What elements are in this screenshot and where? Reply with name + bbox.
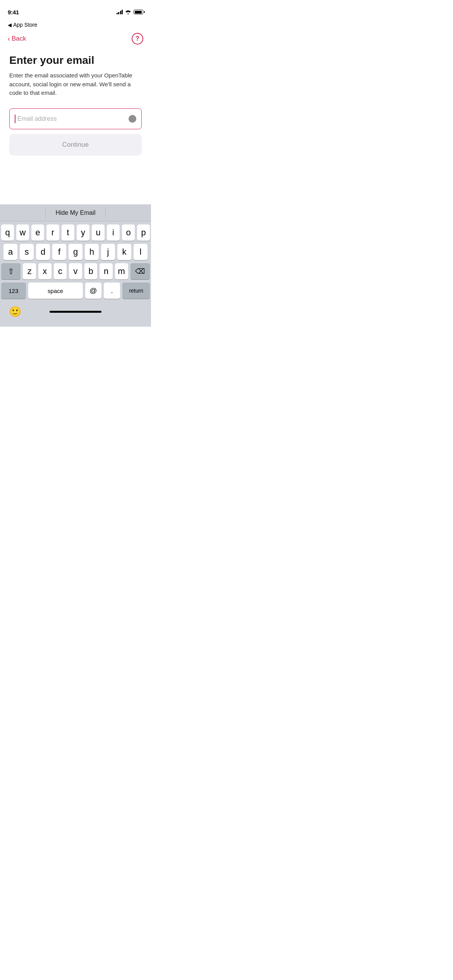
key-m[interactable]: m <box>115 263 128 279</box>
key-s[interactable]: s <box>20 244 34 260</box>
key-d[interactable]: d <box>36 244 50 260</box>
keyboard-bottom-bar: 🙂 <box>0 300 151 327</box>
key-o[interactable]: o <box>122 224 135 241</box>
key-p[interactable]: p <box>137 224 150 241</box>
status-time: 9:41 <box>8 9 19 15</box>
page-title: Enter your email <box>9 54 142 67</box>
keyboard-row-4: 123 space @ . return <box>1 283 150 299</box>
page-description: Enter the email associated with your Ope… <box>9 71 142 98</box>
key-q[interactable]: q <box>1 224 14 241</box>
email-input[interactable] <box>9 108 142 129</box>
key-z[interactable]: z <box>23 263 36 279</box>
wifi-icon <box>125 10 131 14</box>
key-f[interactable]: f <box>52 244 66 260</box>
nav-bar: ‹ Back ? <box>0 31 151 48</box>
suggestion-label: Hide My Email <box>55 209 95 216</box>
keyboard-row-3: ⇧ z x c v b n m ⌫ <box>1 263 150 279</box>
key-w[interactable]: w <box>16 224 29 241</box>
battery-icon <box>134 10 143 14</box>
email-input-container <box>9 108 142 129</box>
key-i[interactable]: i <box>107 224 120 241</box>
app-store-back-chevron: ◀ <box>8 22 12 28</box>
content-area: Enter your email Enter the email associa… <box>0 48 151 156</box>
signal-bars-icon <box>117 10 123 14</box>
suggestion-divider-left <box>45 207 46 218</box>
back-chevron-icon: ‹ <box>8 35 10 43</box>
at-key[interactable]: @ <box>85 283 101 299</box>
key-g[interactable]: g <box>69 244 82 260</box>
key-a[interactable]: a <box>3 244 17 260</box>
app-store-nav: ◀ App Store <box>0 19 151 31</box>
app-store-label: App Store <box>13 22 37 28</box>
key-k[interactable]: k <box>117 244 131 260</box>
back-label: Back <box>12 35 26 43</box>
help-icon: ? <box>136 35 139 42</box>
status-bar: 9:41 <box>0 0 151 19</box>
back-button[interactable]: ‹ Back <box>8 35 26 43</box>
key-y[interactable]: y <box>77 224 89 241</box>
key-e[interactable]: e <box>31 224 44 241</box>
space-key[interactable]: space <box>28 283 83 299</box>
help-button[interactable]: ? <box>132 33 143 45</box>
key-c[interactable]: c <box>54 263 67 279</box>
numbers-key[interactable]: 123 <box>1 283 26 299</box>
status-icons <box>117 10 144 14</box>
shift-key[interactable]: ⇧ <box>1 263 21 279</box>
period-key[interactable]: . <box>104 283 120 299</box>
key-v[interactable]: v <box>69 263 82 279</box>
emoji-button[interactable]: 🙂 <box>8 304 22 319</box>
return-key[interactable]: return <box>122 283 150 299</box>
key-b[interactable]: b <box>84 263 98 279</box>
continue-button[interactable]: Continue <box>9 134 142 156</box>
key-u[interactable]: u <box>92 224 105 241</box>
keyboard-row-2: a s d f g h j k l <box>1 244 150 260</box>
key-l[interactable]: l <box>134 244 148 260</box>
key-t[interactable]: t <box>62 224 74 241</box>
backspace-key[interactable]: ⌫ <box>130 263 150 279</box>
clear-input-button[interactable] <box>129 115 136 123</box>
key-x[interactable]: x <box>38 263 51 279</box>
keyboard-row-1: q w e r t y u i o p <box>1 224 150 241</box>
suggestion-divider-right <box>105 207 106 218</box>
key-h[interactable]: h <box>85 244 99 260</box>
cursor-indicator <box>15 115 15 123</box>
key-j[interactable]: j <box>101 244 115 260</box>
keyboard-rows: q w e r t y u i o p a s d f g h j k l ⇧ … <box>0 221 151 300</box>
key-n[interactable]: n <box>100 263 113 279</box>
keyboard-area: Hide My Email q w e r t y u i o p a s d … <box>0 204 151 327</box>
key-r[interactable]: r <box>46 224 59 241</box>
keyboard-suggestion-bar[interactable]: Hide My Email <box>0 204 151 221</box>
home-indicator <box>50 311 101 313</box>
